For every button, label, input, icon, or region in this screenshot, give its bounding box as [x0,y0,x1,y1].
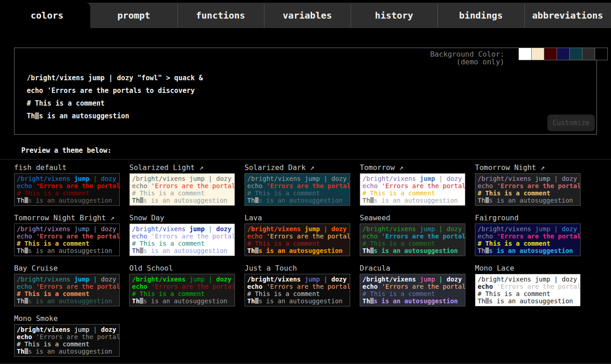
theme-card-old-school: Old School/bright/vixens jump | dozy "ec… [129,263,235,306]
tab-history[interactable]: history [351,3,437,28]
token-string: 'Errors are the portals to discovery [151,283,235,290]
token-path: /bright/vixens [362,175,420,182]
token-command2: dozy [562,225,581,233]
theme-title: Mono Lace [475,264,581,274]
token-command2: dozy [562,175,581,182]
theme-preview-box[interactable]: /bright/vixens jump | dozy "echo 'Errors… [475,173,581,206]
tab-prompt[interactable]: prompt [90,3,177,28]
token-string: 'Errors are the portals to discovery [497,182,581,189]
theme-preview-box[interactable]: /bright/vixens jump | dozy "echo 'Errors… [129,223,235,256]
background-swatch-4[interactable] [557,48,570,60]
theme-preview-box[interactable]: /bright/vixens jump | dozy "echo 'Errors… [360,173,465,206]
token-string: 'Errors are the portals to discovery [266,233,350,240]
token-param: jump [420,225,439,233]
token-autosuggest: s is an autosuggestion [28,348,112,355]
token-command1: echo [17,283,36,290]
token-param: jump [74,326,93,333]
tab-colors[interactable]: colors [4,3,90,28]
token-pre: Th [362,297,370,305]
token-pipe: | [93,326,101,333]
token-path: /bright/vixens [17,276,74,283]
token-path: /bright/vixens [247,225,304,233]
theme-preview-box[interactable]: /bright/vixens jump | dozy "echo 'Errors… [129,173,235,206]
cursor-block [370,197,374,203]
theme-preview-box[interactable]: /bright/vixens jump | dozy "echo 'Errors… [244,173,350,206]
external-link-icon[interactable]: ↗ [106,214,114,222]
theme-title: Snow Day [129,214,235,223]
theme-title: fish default [14,163,120,173]
external-link-icon[interactable]: ↗ [395,163,403,172]
external-link-icon[interactable]: ↗ [306,163,314,172]
token-comment: # This is a comment [132,240,205,247]
tab-bindings[interactable]: bindings [437,3,524,28]
cursor-block [485,248,489,253]
token-param: jump [535,225,554,233]
token-path: /bright/vixens [17,326,74,333]
background-swatch-5[interactable] [569,48,582,60]
terminal-line-command: /bright/vixens jump | dozy "fowl" > quac… [27,72,203,84]
token-comment: # This is a comment [17,189,89,197]
token-command1: echo [247,283,266,290]
theme-preview-box[interactable]: /bright/vixens jump | dozy "echo 'Errors… [360,274,465,306]
autosuggestion-after-cursor: s is an autosuggestion [39,112,129,120]
token-pre: Th [362,247,370,254]
token-string: 'Errors are the portals to discovery [266,182,350,189]
token-param: jump [304,175,323,182]
tab-abbreviations[interactable]: abbreviations [524,3,611,28]
theme-preview-box[interactable]: /bright/vixens jump | dozy "echo 'Errors… [244,274,350,306]
tab-variables[interactable]: variables [264,3,351,28]
theme-card-dracula: Dracula/bright/vixens jump | dozy "echo … [360,263,465,306]
token-param: jump [189,175,208,182]
background-color-swatches [519,48,608,60]
token-pre: Th [17,297,24,305]
token-autosuggest: s is an autosuggestion [143,297,227,305]
token-path: /bright/vixens [362,276,420,283]
theme-card-mono-smoke: Mono Smoke/bright/vixens jump | dozy "ec… [14,313,120,357]
token-autosuggest: s is an autosuggestion [489,297,573,305]
token-pre: Th [362,197,370,204]
theme-card-lava: Lava/bright/vixens jump | dozy "echo 'Er… [244,213,350,256]
token-command1: echo [17,182,36,189]
token-command2: dozy [216,225,235,233]
token-pre: Th [17,197,24,204]
theme-preview-box[interactable]: /bright/vixens jump | dozy "echo 'Errors… [360,223,465,256]
external-link-icon[interactable]: ↗ [536,163,545,172]
token-autosuggest: s is an autosuggestion [259,297,342,305]
token-autosuggest: s is an autosuggestion [374,297,458,305]
theme-preview-box[interactable]: /bright/vixens jump | dozy "echo 'Errors… [129,274,235,306]
token-param: jump [189,225,208,233]
token-autosuggest: s is an autosuggestion [28,247,112,254]
customize-button[interactable]: Customize [547,114,595,131]
theme-preview-box[interactable]: /bright/vixens jump | dozy "echo 'Errors… [14,173,120,206]
theme-card-seaweed: Seaweed/bright/vixens jump | dozy "echo … [360,213,465,256]
token-command2: dozy [101,326,120,333]
background-swatch-1[interactable] [518,48,532,60]
background-swatch-7[interactable] [595,48,608,60]
tab-functions[interactable]: functions [177,3,264,28]
token-autosuggest: s is an autosuggestion [489,197,573,204]
background-swatch-6[interactable] [582,48,595,60]
background-swatch-2[interactable] [531,48,544,60]
token-command2: dozy [331,225,350,233]
token-string: 'Errors are the portals to discovery [151,182,235,189]
theme-preview-box[interactable]: /bright/vixens jump | dozy "echo 'Errors… [14,274,120,306]
token-pipe: | [324,276,332,283]
theme-title: Fairground [475,214,581,223]
token-pipe: | [209,276,216,283]
token-pipe: | [209,225,216,233]
theme-preview-box[interactable]: /bright/vixens jump | dozy "echo 'Errors… [475,274,581,306]
theme-card-just-a-touch: Just a Touch/bright/vixens jump | dozy "… [244,263,350,306]
token-param: jump [535,175,554,182]
cursor-block [255,248,259,253]
theme-preview-box[interactable]: /bright/vixens jump | dozy "echo 'Errors… [14,223,120,256]
theme-card-snow-day: Snow Day/bright/vixens jump | dozy "echo… [129,213,235,256]
background-swatch-3[interactable] [544,48,557,60]
theme-preview-box[interactable]: /bright/vixens jump | dozy "echo 'Errors… [14,324,120,357]
theme-preview-box[interactable]: /bright/vixens jump | dozy "echo 'Errors… [475,223,581,256]
external-link-icon[interactable]: ↗ [195,163,204,172]
theme-card-tomorrow-night: Tomorrow Night ↗/bright/vixens jump | do… [475,162,581,206]
token-pre: Th [132,247,140,254]
theme-preview-box[interactable]: /bright/vixens jump | dozy "echo 'Errors… [244,223,350,256]
theme-title: Tomorrow ↗ [360,163,465,173]
color-demo-panel: Background Color:(demo only) /bright/vix… [14,48,597,135]
